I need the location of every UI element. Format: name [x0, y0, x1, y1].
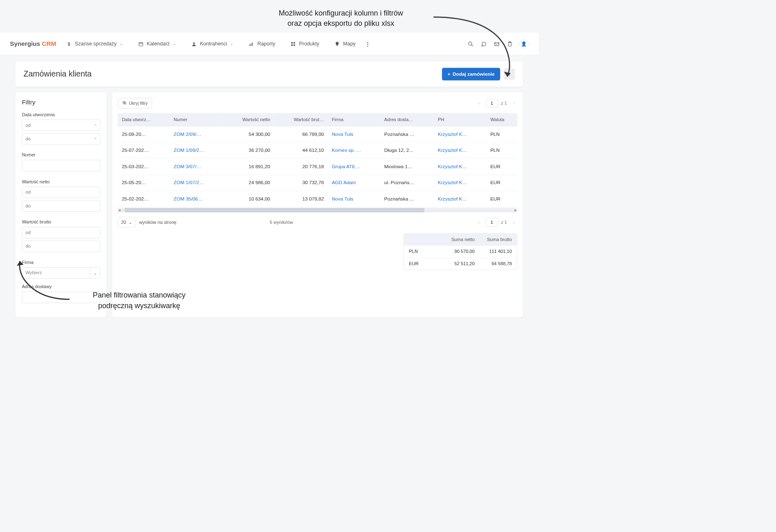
table-row[interactable]: 25-03-202…ZOM 3/07/…16 891,2020 776,18Gr… [118, 159, 517, 175]
calendar-icon [138, 41, 144, 47]
cell-number[interactable]: ZOM 1/07/2… [170, 175, 224, 191]
filter-date: Data utworzenia × × [22, 112, 100, 147]
nav-item-4[interactable]: Produkty [290, 41, 319, 47]
pager-of: z 1 [501, 101, 507, 106]
svg-rect-9 [291, 42, 293, 44]
cell-currency: PLN [486, 126, 517, 142]
table-header[interactable]: Data utworz… [118, 113, 170, 126]
cell-ph[interactable]: Krzysztof K… [434, 159, 486, 175]
table-row[interactable]: 25-08-20…ZOM 2/09/…54 300,0066 789,00Nov… [118, 126, 517, 142]
arrow-top-icon [431, 11, 521, 83]
table-header[interactable]: Wartość brut… [274, 113, 328, 126]
cell-ph[interactable]: Krzysztof K… [434, 175, 486, 191]
scrollbar-thumb[interactable] [125, 208, 424, 212]
filter-number-input[interactable] [22, 160, 100, 171]
pager-prev[interactable]: ‹ [475, 219, 483, 226]
nav-item-1[interactable]: Kalendarz⌄ [138, 41, 176, 47]
svg-rect-7 [250, 43, 251, 46]
cell-company[interactable]: Grupa ATE… [328, 159, 380, 175]
chevron-down-icon: ⌄ [230, 42, 233, 46]
summary-header-gross: Suma brutto [475, 237, 512, 242]
nav-label: Kontrahenci [200, 41, 227, 47]
cell-ph[interactable]: Krzysztof K… [434, 142, 486, 159]
table-header[interactable]: Firma [328, 113, 380, 126]
filter-number-label: Numer [22, 153, 100, 158]
filter-number: Numer [22, 153, 100, 174]
annotation-top-text: Możliwość konfiguracji kolumn i filtrów … [250, 8, 432, 29]
filter-gross-to[interactable] [22, 241, 100, 252]
table-header[interactable]: Waluta [486, 113, 517, 126]
table-header[interactable]: Wartość netto [223, 113, 274, 126]
cell-ph[interactable]: Krzysztof K… [434, 126, 486, 142]
cell-company[interactable]: Nova Tuls [328, 126, 380, 142]
scroll-right-icon: ▶ [514, 209, 517, 212]
page-title: Zamówienia klienta [24, 70, 92, 79]
scroll-left-icon: ◀ [118, 209, 121, 212]
person-icon [191, 41, 197, 47]
cell-net: 54 300,00 [223, 126, 274, 142]
logo: Synergius CRM [10, 40, 56, 47]
hide-filters-button[interactable]: Ukryj filtry [118, 98, 152, 108]
pager-page-input[interactable] [485, 218, 498, 227]
clear-icon[interactable]: × [94, 136, 97, 141]
table-header[interactable]: PH [434, 113, 486, 126]
cell-date: 25-03-202… [118, 159, 170, 175]
filter-gross-from[interactable] [22, 227, 100, 239]
cell-company[interactable]: Kornex sp. … [328, 142, 380, 159]
chevron-down-icon: ⌄ [120, 42, 123, 46]
cell-address: ul. Poznańs… [380, 175, 434, 191]
summary-row: PLN90 570,00111 401,10 [404, 246, 517, 258]
summary-net: 52 511,20 [438, 261, 475, 266]
cell-number[interactable]: ZOM 1/09/2… [170, 142, 224, 159]
pager-page-input[interactable] [485, 99, 498, 108]
cell-number[interactable]: ZOM 2/09/… [170, 126, 224, 142]
horizontal-scrollbar[interactable]: ◀ ▶ [118, 208, 517, 212]
cell-company[interactable]: AGD Adam [328, 175, 380, 191]
pager-next[interactable]: › [510, 99, 517, 107]
cell-address: Długa 12, 2… [380, 142, 434, 159]
filter-net: Wartość netto [22, 179, 100, 214]
filter-net-from[interactable] [22, 187, 100, 198]
hide-filters-label: Ukryj filtry [129, 101, 148, 106]
summary-gross: 64 588,78 [475, 261, 512, 266]
table-row[interactable]: 25-05-20…ZOM 1/07/2…24 986,0030 732,78AG… [118, 175, 517, 191]
svg-rect-8 [252, 43, 253, 46]
nav-item-2[interactable]: Kontrahenci⌄ [191, 41, 233, 47]
cell-ph[interactable]: Krzysztof K… [434, 191, 486, 207]
nav-label: Raporty [257, 41, 275, 47]
cell-gross: 13 079,82 [274, 191, 328, 207]
perpage-label: wyników na stronę [139, 220, 176, 225]
nav-item-0[interactable]: Szanse sprzedaży⌄ [66, 41, 123, 47]
perpage-select[interactable]: 20 ⌄ [118, 217, 135, 228]
cell-number[interactable]: ZOM 3/07/… [170, 159, 224, 175]
table-row[interactable]: 25-02-202…ZOM 35/06…10 634,0013 079,82No… [118, 191, 517, 207]
filter-date-label: Data utworzenia [22, 112, 100, 117]
pager-next[interactable]: › [510, 219, 517, 226]
nav-item-5[interactable]: Mapy [334, 41, 356, 47]
cell-gross: 44 612,10 [274, 142, 328, 159]
arrow-bottom-icon [10, 257, 72, 305]
cell-currency: EUR [486, 175, 517, 191]
cell-number[interactable]: ZOM 35/06… [170, 191, 224, 207]
cell-currency: PLN [486, 142, 517, 159]
svg-rect-10 [293, 42, 295, 44]
table-header[interactable]: Numer [170, 113, 224, 126]
filter-date-from[interactable] [22, 119, 100, 131]
nav-label: Kalendarz [147, 41, 170, 47]
summary-currency: EUR [409, 261, 437, 266]
more-menu[interactable]: ⋮ [365, 41, 370, 47]
table-header[interactable]: Adres dosta… [380, 113, 434, 126]
orders-table: Data utworz…NumerWartość nettoWartość br… [118, 113, 517, 207]
cell-company[interactable]: Nova Tuls [328, 191, 380, 207]
cell-date: 25-07-202… [118, 142, 170, 159]
cell-gross: 20 776,18 [274, 159, 328, 175]
filter-net-label: Wartość netto [22, 179, 100, 184]
pager-prev[interactable]: ‹ [476, 99, 483, 107]
filter-net-to[interactable] [22, 200, 100, 212]
filter-date-to[interactable] [22, 133, 100, 144]
nav-item-3[interactable]: Raporty [248, 41, 275, 47]
nav-label: Mapy [343, 41, 356, 47]
clear-icon[interactable]: × [94, 122, 97, 127]
table-row[interactable]: 25-07-202…ZOM 1/09/2…36 270,0044 612,10K… [118, 142, 517, 159]
bottom-bar: 20 ⌄ wyników na stronę 5 wyniki/ów ‹ z 1… [118, 217, 517, 228]
